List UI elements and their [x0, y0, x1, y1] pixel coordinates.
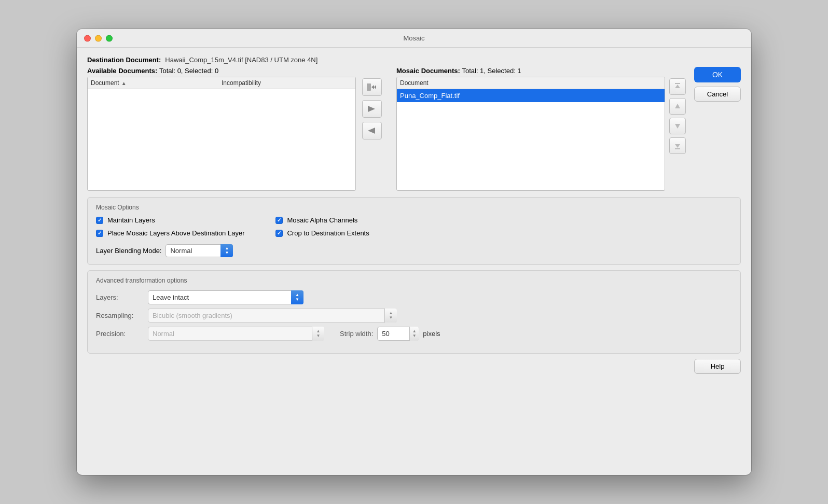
layers-select[interactable]: Leave intact	[148, 290, 303, 304]
minimize-button[interactable]	[95, 35, 102, 41]
maintain-layers-row[interactable]: Maintain Layers	[96, 216, 244, 224]
available-table-header: Document ▲ Incompatibility	[88, 77, 355, 89]
sort-arrow: ▲	[121, 80, 127, 86]
mosaic-alpha-checkbox[interactable]	[275, 217, 283, 224]
resampling-select: Bicubic (smooth gradients)	[148, 309, 397, 323]
mosaic-table-body: Puna_Comp_Flat.tif	[397, 89, 665, 183]
help-button[interactable]: Help	[694, 359, 741, 374]
mosaic-dialog: Mosaic Destination Document: Hawaii_Comp…	[77, 29, 751, 475]
dialog-body: Destination Document: Hawaii_Comp_15m_V4…	[77, 48, 751, 475]
title-bar: Mosaic	[77, 29, 751, 48]
transfer-buttons	[356, 78, 388, 139]
precision-select: Normal	[148, 327, 324, 341]
close-button[interactable]	[84, 35, 91, 41]
mosaic-options-title: Mosaic Options	[96, 204, 732, 211]
blending-up-arrow: ▲	[225, 246, 229, 250]
mosaic-table: Document Puna_Comp_Flat.tif	[396, 77, 665, 191]
place-above-checkbox[interactable]	[96, 230, 103, 237]
options-col-left: Maintain Layers Place Mosaic Layers Abov…	[96, 216, 244, 257]
layers-label: Layers:	[96, 293, 143, 301]
order-buttons	[665, 78, 686, 154]
blending-row: Layer Blending Mode: Normal ▲ ▼	[96, 244, 244, 257]
precision-arrows: ▲ ▼	[312, 327, 324, 341]
resampling-label: Resampling:	[96, 312, 143, 319]
place-above-row[interactable]: Place Mosaic Layers Above Destination La…	[96, 229, 244, 237]
svg-marker-8	[675, 124, 680, 129]
move-top-button[interactable]	[669, 78, 686, 95]
mosaic-options-section: Mosaic Options Maintain Layers Place Mos…	[87, 197, 741, 265]
crop-extents-row[interactable]: Crop to Destination Extents	[275, 229, 369, 237]
svg-marker-3	[368, 106, 375, 112]
blending-arrows: ▲ ▼	[220, 244, 233, 257]
ok-button[interactable]: OK	[694, 67, 741, 82]
crop-extents-checkbox[interactable]	[275, 230, 283, 237]
avail-label: Available Documents: Total: 0, Selected:…	[87, 67, 356, 75]
advanced-title: Advanced transformation options	[96, 277, 732, 284]
move-up-button[interactable]	[669, 98, 686, 115]
strip-row: Strip width: 50 ▲ ▼ pixels	[340, 327, 440, 341]
move-bottom-button[interactable]	[669, 137, 686, 154]
svg-marker-6	[675, 85, 680, 88]
doc-col-header: Document ▲	[91, 79, 222, 87]
available-table: Document ▲ Incompatibility	[87, 77, 356, 191]
remove-button[interactable]	[362, 122, 382, 139]
dest-doc-row: Destination Document: Hawaii_Comp_15m_V4…	[87, 56, 741, 64]
cancel-button[interactable]: Cancel	[694, 87, 741, 102]
maximize-button[interactable]	[106, 35, 113, 41]
resampling-arrows: ▲ ▼	[384, 309, 397, 323]
add-all-button[interactable]	[362, 78, 382, 96]
resampling-row: Resampling: Bicubic (smooth gradients) ▲…	[96, 309, 732, 323]
layers-arrows: ▲ ▼	[291, 290, 303, 304]
dest-doc-value: Hawaii_Comp_15m_V4.tif [NAD83 / UTM zone…	[165, 56, 318, 64]
svg-marker-4	[368, 128, 375, 134]
move-down-button[interactable]	[669, 118, 686, 134]
strip-arrows: ▲ ▼	[409, 327, 419, 341]
dest-doc-label: Destination Document:	[87, 56, 161, 64]
svg-rect-0	[367, 83, 371, 91]
mosaic-table-header: Document	[397, 77, 665, 89]
svg-marker-9	[675, 144, 680, 148]
mosaic-table-row[interactable]: Puna_Comp_Flat.tif	[397, 89, 665, 102]
incompat-col-header: Incompatibility	[222, 79, 352, 87]
layers-select-wrapper: Leave intact ▲ ▼	[148, 290, 303, 304]
resampling-select-wrapper: Bicubic (smooth gradients) ▲ ▼	[148, 309, 397, 323]
add-button[interactable]	[362, 100, 382, 118]
precision-row: Precision: Normal ▲ ▼ Strip width: 50	[96, 327, 732, 341]
blending-select-wrapper: Normal ▲ ▼	[165, 244, 233, 257]
available-section: Available Documents: Total: 0, Selected:…	[87, 67, 356, 191]
panels-row: Available Documents: Total: 0, Selected:…	[87, 67, 741, 191]
mosaic-label: Mosaic Documents: Total: 1, Selected: 1	[396, 67, 665, 75]
available-table-body	[88, 89, 355, 183]
mosaic-alpha-row[interactable]: Mosaic Alpha Channels	[275, 216, 369, 224]
maintain-layers-checkbox[interactable]	[96, 217, 103, 224]
svg-marker-1	[371, 85, 374, 89]
svg-marker-7	[675, 104, 680, 108]
strip-label: Strip width:	[340, 330, 373, 338]
strip-input-wrapper: 50 ▲ ▼	[377, 327, 419, 341]
options-grid: Maintain Layers Place Mosaic Layers Abov…	[96, 216, 732, 257]
window-title: Mosaic	[403, 34, 424, 42]
layers-row: Layers: Leave intact ▲ ▼	[96, 290, 732, 304]
blending-down-arrow: ▼	[225, 251, 229, 255]
mosaic-doc-col-header: Document	[400, 79, 661, 87]
precision-select-wrapper: Normal ▲ ▼	[148, 327, 324, 341]
svg-marker-2	[374, 85, 376, 89]
precision-label: Precision:	[96, 330, 143, 338]
advanced-section: Advanced transformation options Layers: …	[87, 270, 741, 354]
bottom-bar: Help	[87, 359, 741, 374]
options-col-right: Mosaic Alpha Channels Crop to Destinatio…	[275, 216, 369, 257]
action-buttons: OK Cancel	[694, 67, 741, 102]
blending-label: Layer Blending Mode:	[96, 247, 161, 255]
window-controls	[84, 35, 113, 41]
mosaic-section: Mosaic Documents: Total: 1, Selected: 1 …	[396, 67, 665, 191]
strip-unit: pixels	[423, 330, 440, 338]
